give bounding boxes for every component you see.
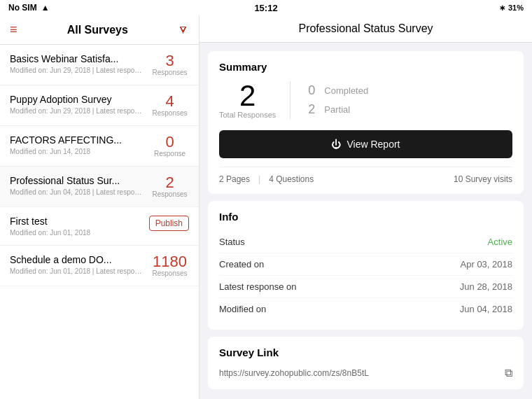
response-label: Responses	[152, 69, 187, 76]
response-count: 0	[165, 134, 174, 150]
response-count: 2	[165, 175, 174, 190]
total-responses: 2 Total Responses	[219, 81, 290, 119]
right-panel-header: Professional Status Survey	[200, 15, 532, 43]
survey-meta: Modified on: Jun 01, 2018 | Latest respo…	[10, 267, 145, 275]
info-value-created: Apr 03, 2018	[461, 259, 512, 270]
info-card: Info Status Active Created on Apr 03, 20…	[208, 201, 524, 330]
response-label: Responses	[152, 270, 187, 277]
survey-link-card: Survey Link https://survey.zohopublic.co…	[208, 337, 524, 389]
right-panel: Professional Status Survey Summary 2 Tot…	[200, 15, 532, 399]
status-right: ∗ 31%	[499, 4, 524, 13]
survey-url-text: https://survey.zohopublic.com/zs/8nB5tL	[219, 368, 369, 378]
response-count: 4	[165, 94, 174, 109]
copy-icon[interactable]: ⧉	[505, 367, 512, 379]
total-label: Total Responses	[219, 111, 276, 119]
survey-item[interactable]: FACTORS AFFECTING... Modified on: Jun 14…	[0, 126, 199, 167]
survey-name: Basics Webinar Satisfa...	[10, 53, 145, 64]
response-count: 1180	[153, 254, 187, 270]
separator: |	[258, 174, 260, 184]
left-header: ≡ All Surveys ⛛	[0, 15, 199, 45]
survey-meta: Modified on: Jun 04, 2018 | Latest respo…	[10, 188, 145, 196]
link-url-row: https://survey.zohopublic.com/zs/8nB5tL …	[219, 367, 512, 379]
publish-button[interactable]: Publish	[149, 216, 189, 231]
info-row-latest: Latest response on Jun 28, 2018	[219, 276, 512, 298]
survey-item[interactable]: Schedule a demo DO... Modified on: Jun 0…	[0, 246, 199, 286]
summary-card: Summary 2 Total Responses 0 Completed 2	[208, 51, 524, 194]
main-layout: ≡ All Surveys ⛛ Basics Webinar Satisfa..…	[0, 15, 532, 399]
info-title: Info	[219, 211, 512, 223]
completed-count: 0	[304, 83, 318, 98]
survey-item[interactable]: Basics Webinar Satisfa... Modified on: J…	[0, 45, 199, 85]
survey-item[interactable]: Puppy Adoption Survey Modified on: Jun 2…	[0, 85, 199, 126]
status-left: No SIM ▲	[8, 3, 50, 13]
hamburger-icon[interactable]: ≡	[10, 22, 18, 37]
status-bar: No SIM ▲ 15:12 ∗ 31%	[0, 0, 532, 15]
status-time: 15:12	[254, 3, 277, 13]
left-panel: ≡ All Surveys ⛛ Basics Webinar Satisfa..…	[0, 15, 200, 399]
survey-item[interactable]: First test Modified on: Jun 01, 2018 Pub…	[0, 207, 199, 246]
info-row-status: Status Active	[219, 231, 512, 253]
response-count: 3	[165, 53, 174, 69]
survey-name: First test	[10, 216, 144, 227]
info-key-status: Status	[219, 237, 245, 247]
pages-count: 2 Pages	[219, 174, 250, 184]
info-row-created: Created on Apr 03, 2018	[219, 253, 512, 276]
report-icon: ⏻	[331, 139, 341, 150]
info-value-latest: Jun 28, 2018	[460, 281, 512, 292]
questions-count: 4 Questions	[269, 174, 314, 184]
bluetooth-icon: ∗	[499, 4, 505, 13]
info-value-modified: Jun 04, 2018	[460, 304, 512, 314]
info-key-modified: Modified on	[219, 304, 266, 314]
survey-item[interactable]: Professional Status Sur... Modified on: …	[0, 167, 199, 207]
view-report-button[interactable]: ⏻ View Report	[219, 130, 512, 158]
right-content: Summary 2 Total Responses 0 Completed 2	[200, 43, 532, 398]
info-key-latest: Latest response on	[219, 281, 297, 292]
survey-visits: 10 Survey visits	[454, 174, 512, 184]
breakdown: 0 Completed 2 Partial	[304, 83, 368, 117]
response-label: Responses	[152, 190, 187, 198]
survey-list: Basics Webinar Satisfa... Modified on: J…	[0, 45, 199, 399]
partial-count: 2	[304, 102, 318, 117]
completed-label: Completed	[324, 85, 368, 96]
response-label: Response	[154, 150, 186, 158]
filter-icon[interactable]: ⛛	[178, 24, 189, 36]
link-title: Survey Link	[219, 346, 512, 358]
partial-item: 2 Partial	[304, 102, 368, 117]
left-panel-title: All Surveys	[67, 24, 128, 36]
info-key-created: Created on	[219, 259, 264, 270]
survey-meta: Modified on: Jun 14, 2018	[10, 148, 145, 155]
survey-meta: Modified on: Jun 01, 2018	[10, 229, 144, 237]
summary-title: Summary	[219, 61, 512, 73]
wifi-icon: ▲	[41, 3, 50, 13]
summary-footer: 2 Pages | 4 Questions 10 Survey visits	[219, 167, 512, 184]
summary-stats: 2 Total Responses 0 Completed 2 Partial	[219, 81, 512, 119]
survey-meta: Modified on: Jun 29, 2018 | Latest respo…	[10, 66, 145, 74]
battery-text: 31%	[508, 4, 524, 12]
partial-label: Partial	[324, 104, 350, 115]
info-value-status: Active	[488, 237, 512, 247]
survey-name: Schedule a demo DO...	[10, 254, 145, 265]
survey-name: Puppy Adoption Survey	[10, 94, 145, 105]
survey-meta: Modified on: Jun 29, 2018 | Latest respo…	[10, 107, 145, 115]
survey-name: Professional Status Sur...	[10, 175, 145, 186]
info-row-modified: Modified on Jun 04, 2018	[219, 298, 512, 320]
completed-item: 0 Completed	[304, 83, 368, 98]
response-label: Responses	[152, 109, 187, 117]
view-report-label: View Report	[346, 139, 400, 150]
carrier-text: No SIM	[8, 3, 37, 13]
survey-name: FACTORS AFFECTING...	[10, 134, 145, 146]
total-number: 2	[239, 81, 255, 111]
